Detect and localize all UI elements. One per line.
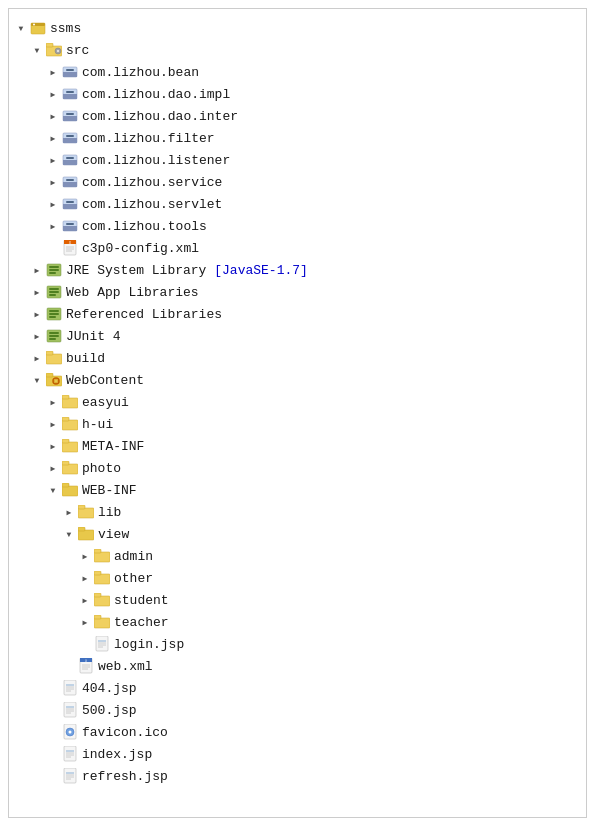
svg-rect-77	[94, 549, 101, 553]
toggle-lib[interactable]	[61, 508, 77, 517]
tree-node-student[interactable]: student	[13, 589, 582, 611]
tree-node-easyui[interactable]: easyui	[13, 391, 582, 413]
toggle-dao-inter[interactable]	[45, 112, 61, 121]
jre-lib-icon	[45, 262, 63, 278]
toggle-meta-inf[interactable]	[45, 442, 61, 451]
tree-node-hui[interactable]: h-ui	[13, 413, 582, 435]
toggle-student[interactable]	[77, 596, 93, 605]
toggle-dao-impl[interactable]	[45, 90, 61, 99]
hui-label: h-ui	[82, 417, 113, 432]
tree-node-favicon[interactable]: favicon.ico	[13, 721, 582, 743]
tree-node-service[interactable]: com.lizhou.service	[13, 171, 582, 193]
tree-node-web-inf[interactable]: WEB-INF	[13, 479, 582, 501]
tree-node-web-xml[interactable]: X web.xml	[13, 655, 582, 677]
500-jsp-icon	[61, 702, 79, 718]
c3p0-xml-icon: X	[61, 240, 79, 256]
toggle-photo[interactable]	[45, 464, 61, 473]
svg-rect-8	[63, 72, 77, 77]
tree-node-teacher[interactable]: teacher	[13, 611, 582, 633]
svg-rect-40	[49, 272, 56, 274]
toggle-web-inf[interactable]	[45, 486, 61, 495]
toggle-service[interactable]	[45, 178, 61, 187]
toggle-filter[interactable]	[45, 134, 61, 143]
svg-rect-82	[94, 618, 110, 628]
svg-rect-17	[63, 138, 77, 143]
ref-lib-icon	[45, 306, 63, 322]
svg-rect-62	[62, 398, 78, 408]
tree-node-build[interactable]: build	[13, 347, 582, 369]
meta-inf-label: META-INF	[82, 439, 144, 454]
build-folder-icon	[45, 350, 63, 366]
student-label: student	[114, 593, 169, 608]
tree-node-other[interactable]: other	[13, 567, 582, 589]
tree-node-lib[interactable]: lib	[13, 501, 582, 523]
tree-node-filter[interactable]: com.lizhou.filter	[13, 127, 582, 149]
tree-node-tools[interactable]: com.lizhou.tools	[13, 215, 582, 237]
svg-rect-12	[66, 91, 74, 93]
toggle-listener[interactable]	[45, 156, 61, 165]
tree-node-listener[interactable]: com.lizhou.listener	[13, 149, 582, 171]
tree-node-photo[interactable]: photo	[13, 457, 582, 479]
tree-node-webapp-lib[interactable]: Web App Libraries	[13, 281, 582, 303]
toggle-other[interactable]	[77, 574, 93, 583]
tree-node-admin[interactable]: admin	[13, 545, 582, 567]
toggle-build[interactable]	[29, 354, 45, 363]
tree-node-login-jsp[interactable]: login.jsp	[13, 633, 582, 655]
toggle-ssms[interactable]	[13, 24, 29, 33]
toggle-admin[interactable]	[77, 552, 93, 561]
toggle-bean[interactable]	[45, 68, 61, 77]
svg-rect-81	[94, 593, 101, 597]
toggle-teacher[interactable]	[77, 618, 93, 627]
svg-rect-44	[49, 294, 56, 296]
svg-rect-79	[94, 571, 101, 575]
toggle-tools[interactable]	[45, 222, 61, 231]
view-label: view	[98, 527, 129, 542]
tree-node-webcontent[interactable]: WebContent	[13, 369, 582, 391]
refresh-jsp-icon	[61, 768, 79, 784]
svg-rect-71	[62, 483, 69, 487]
tree-node-bean[interactable]: com.lizhou.bean	[13, 61, 582, 83]
tree-node-ref-lib[interactable]: Referenced Libraries	[13, 303, 582, 325]
src-folder-icon	[45, 42, 63, 58]
tree-node-c3p0[interactable]: X c3p0-config.xml	[13, 237, 582, 259]
toggle-view[interactable]	[61, 530, 77, 539]
photo-folder-icon	[61, 460, 79, 476]
tree-node-index-jsp[interactable]: index.jsp	[13, 743, 582, 765]
ssms-project-icon	[29, 20, 47, 36]
junit-label: JUnit 4	[66, 329, 121, 344]
toggle-src[interactable]	[29, 46, 45, 55]
ref-lib-label: Referenced Libraries	[66, 307, 222, 322]
toggle-junit[interactable]	[29, 332, 45, 341]
tree-node-500[interactable]: 500.jsp	[13, 699, 582, 721]
toggle-servlet[interactable]	[45, 200, 61, 209]
tree-node-servlet[interactable]: com.lizhou.servlet	[13, 193, 582, 215]
package-listener-icon	[61, 152, 79, 168]
svg-rect-18	[66, 135, 74, 137]
tree-node-meta-inf[interactable]: META-INF	[13, 435, 582, 457]
tree-node-view[interactable]: view	[13, 523, 582, 545]
svg-rect-65	[62, 417, 69, 421]
dao-inter-label: com.lizhou.dao.inter	[82, 109, 238, 124]
svg-rect-26	[63, 204, 77, 209]
tree-node-src[interactable]: src	[13, 39, 582, 61]
webapp-lib-icon	[45, 284, 63, 300]
tree-node-404[interactable]: 404.jsp	[13, 677, 582, 699]
ssms-label: ssms	[50, 21, 81, 36]
toggle-webcontent[interactable]	[29, 376, 45, 385]
toggle-jre[interactable]	[29, 266, 45, 275]
service-label: com.lizhou.service	[82, 175, 222, 190]
package-filter-icon	[61, 130, 79, 146]
tree-node-dao-inter[interactable]: com.lizhou.dao.inter	[13, 105, 582, 127]
tree-node-refresh-jsp[interactable]: refresh.jsp	[13, 765, 582, 787]
toggle-hui[interactable]	[45, 420, 61, 429]
tree-node-junit[interactable]: JUnit 4	[13, 325, 582, 347]
tree-node-ssms[interactable]: ssms	[13, 17, 582, 39]
tree-node-dao-impl[interactable]: com.lizhou.dao.impl	[13, 83, 582, 105]
dao-impl-label: com.lizhou.dao.impl	[82, 87, 230, 102]
tree-node-jre[interactable]: JRE System Library [JavaSE-1.7]	[13, 259, 582, 281]
toggle-webapp-lib[interactable]	[29, 288, 45, 297]
webcontent-label: WebContent	[66, 373, 144, 388]
svg-rect-64	[62, 420, 78, 430]
toggle-easyui[interactable]	[45, 398, 61, 407]
toggle-ref-lib[interactable]	[29, 310, 45, 319]
